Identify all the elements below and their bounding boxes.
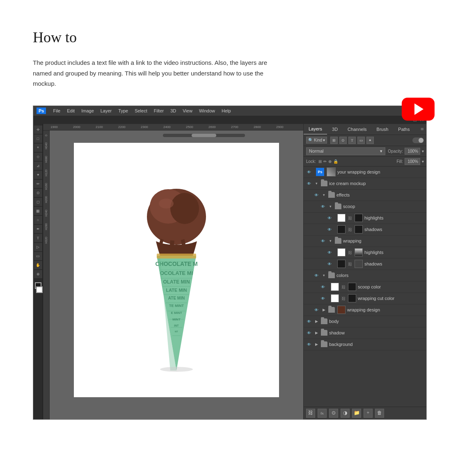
eye-your-wrapping[interactable]: 👁 xyxy=(305,168,313,176)
layer-adjustment-button[interactable]: ◑ xyxy=(341,409,350,418)
filter-toggle[interactable] xyxy=(412,137,424,143)
layer-ice-cream-group[interactable]: 👁 ▾ ice cream mockup xyxy=(304,178,426,190)
tool-stamp[interactable]: ⊙ xyxy=(34,189,42,197)
menu-layer[interactable]: Layer xyxy=(98,108,115,114)
layers-menu-button[interactable]: ≡ xyxy=(421,126,424,133)
tool-shape[interactable]: ▭ xyxy=(34,252,42,260)
tool-eraser[interactable]: ◻ xyxy=(34,198,42,206)
layer-shadows1[interactable]: 👁 ⛓ shadows xyxy=(304,224,426,236)
eye-colors[interactable]: 👁 xyxy=(313,272,320,279)
tool-eyedrop[interactable]: ⊿ xyxy=(34,162,42,170)
expand-colors[interactable]: ▾ xyxy=(321,273,327,277)
layer-scoop-color[interactable]: 👁 ⛓ scoop color xyxy=(304,281,426,293)
opacity-value[interactable]: 100% xyxy=(405,148,420,155)
tab-3d[interactable]: 3D xyxy=(327,124,343,134)
tab-brush[interactable]: Brush xyxy=(372,124,394,134)
tool-type[interactable]: T xyxy=(34,234,42,242)
eye-effects[interactable]: 👁 xyxy=(313,191,320,199)
lock-artboard[interactable]: ⊕ xyxy=(328,159,332,164)
layer-background[interactable]: 👁 ▶ background xyxy=(304,339,426,350)
fill-value[interactable]: 100% xyxy=(405,158,420,165)
tool-hand[interactable]: ✋ xyxy=(34,261,42,269)
eye-ice-cream[interactable]: 👁 xyxy=(305,180,313,187)
tool-heal[interactable]: ✦ xyxy=(34,171,42,179)
layer-wrapping-group[interactable]: 👁 ▾ wrapping xyxy=(304,236,426,247)
filter-adjust[interactable]: ⊙ xyxy=(339,137,347,144)
menu-file[interactable]: File xyxy=(50,108,63,114)
tool-brush[interactable]: ✏ xyxy=(34,180,42,188)
eye-shadow[interactable]: 👁 xyxy=(305,329,313,336)
layer-highlights2[interactable]: 👁 ⛓ highlights xyxy=(304,247,426,259)
expand-wrapping[interactable]: ▾ xyxy=(327,239,333,243)
scroll-track[interactable] xyxy=(163,134,245,137)
eye-wrapping-design[interactable]: 👁 xyxy=(313,306,320,314)
filter-smart[interactable]: ✦ xyxy=(366,137,374,144)
layer-fx-button[interactable]: fx xyxy=(318,409,327,418)
layer-wrapping-cut[interactable]: 👁 ⛓ wrapping cut color xyxy=(304,293,426,304)
tool-crop[interactable]: ⊹ xyxy=(34,153,42,161)
expand-scoop[interactable]: ▾ xyxy=(327,204,333,208)
expand-body[interactable]: ▶ xyxy=(314,319,319,323)
menu-select[interactable]: Select xyxy=(132,108,150,114)
filter-pixel[interactable]: ⊞ xyxy=(330,137,338,144)
menu-filter[interactable]: Filter xyxy=(151,108,167,114)
tool-lasso[interactable]: ⌖ xyxy=(34,144,42,152)
youtube-button[interactable] xyxy=(402,98,435,121)
tool-zoom[interactable]: ⊕ xyxy=(34,270,42,278)
tool-select[interactable]: □ xyxy=(34,135,42,143)
eye-scoop[interactable]: 👁 xyxy=(319,203,327,210)
menu-type[interactable]: Type xyxy=(115,108,131,114)
layer-colors[interactable]: 👁 ▾ colors xyxy=(304,270,426,281)
lock-move[interactable]: ✏ xyxy=(323,159,327,164)
eye-body[interactable]: 👁 xyxy=(305,318,313,325)
layer-delete-button[interactable]: 🗑 xyxy=(375,409,384,418)
menu-window[interactable]: Window xyxy=(196,108,218,114)
expand-background[interactable]: ▶ xyxy=(314,342,319,346)
background-color[interactable] xyxy=(36,286,43,293)
eye-scoop-color[interactable]: 👁 xyxy=(319,283,327,291)
eye-highlights1[interactable]: 👁 xyxy=(326,214,333,222)
layer-link-button[interactable]: ⛓ xyxy=(306,409,315,418)
expand-wrapping-design[interactable]: ▶ xyxy=(321,308,327,312)
layer-scoop[interactable]: 👁 ▾ scoop xyxy=(304,201,426,213)
filter-type[interactable]: T xyxy=(348,137,356,144)
filter-shape[interactable]: ▭ xyxy=(357,137,365,144)
lock-all[interactable]: 🔒 xyxy=(333,159,338,164)
eye-background[interactable]: 👁 xyxy=(305,341,313,348)
menu-help[interactable]: Help xyxy=(219,108,234,114)
eye-wrapping-cut[interactable]: 👁 xyxy=(319,295,327,302)
layer-highlights1[interactable]: 👁 ⛓ highlights xyxy=(304,213,426,224)
tab-paths[interactable]: Paths xyxy=(393,124,414,134)
menu-edit[interactable]: Edit xyxy=(64,108,78,114)
layer-body[interactable]: 👁 ▶ body xyxy=(304,316,426,327)
layer-new-button[interactable]: + xyxy=(364,409,373,418)
layer-thumb-h2 xyxy=(337,248,346,256)
blend-mode-select[interactable]: Normal ▾ xyxy=(306,147,385,155)
menu-3d[interactable]: 3D xyxy=(167,108,179,114)
menu-image[interactable]: Image xyxy=(78,108,97,114)
eye-shadows2[interactable]: 👁 xyxy=(326,260,333,268)
menu-view[interactable]: View xyxy=(180,108,195,114)
layer-mask-button[interactable]: ⊙ xyxy=(329,409,338,418)
tool-pen[interactable]: ✒ xyxy=(34,225,42,233)
eye-highlights2[interactable]: 👁 xyxy=(326,249,333,256)
tool-move[interactable]: ✛ xyxy=(34,126,42,134)
eye-wrapping-group[interactable]: 👁 xyxy=(319,237,327,245)
layer-shadow[interactable]: 👁 ▶ shadow xyxy=(304,327,426,339)
expand-ice-cream[interactable]: ▾ xyxy=(314,181,319,185)
tab-channels[interactable]: Channels xyxy=(343,124,371,134)
layer-your-wrapping[interactable]: 👁 Ps your wrapping design xyxy=(304,167,426,178)
lock-pixel[interactable]: ⊞ xyxy=(318,159,322,164)
layer-effects[interactable]: 👁 ▾ effects xyxy=(304,190,426,201)
layer-shadows2[interactable]: 👁 ⛓ shadows xyxy=(304,259,426,270)
tool-path[interactable]: ▷ xyxy=(34,243,42,251)
layer-group-button[interactable]: 📁 xyxy=(352,409,361,418)
tab-layers[interactable]: Layers xyxy=(304,124,327,135)
tool-gradient[interactable]: ▦ xyxy=(34,207,42,215)
expand-effects[interactable]: ▾ xyxy=(321,193,327,197)
eye-shadows1[interactable]: 👁 xyxy=(326,226,333,233)
expand-shadow[interactable]: ▶ xyxy=(314,331,319,335)
kind-select[interactable]: 🔍 Kind ▾ xyxy=(306,137,327,144)
tool-dodge[interactable]: ○ xyxy=(34,216,42,224)
layer-wrapping-design[interactable]: 👁 ▶ wrapping design xyxy=(304,304,426,316)
